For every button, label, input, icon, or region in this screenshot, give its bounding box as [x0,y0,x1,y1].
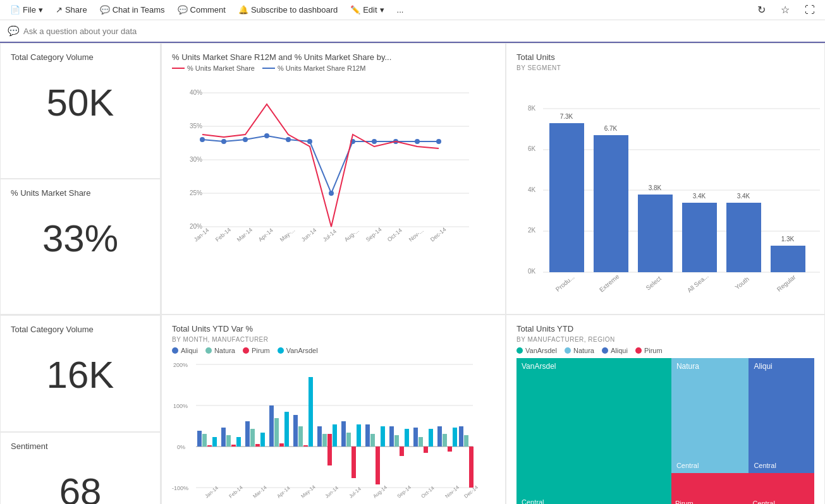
qna-bar: 💬 [0,20,825,43]
svg-rect-101 [413,428,418,447]
kpi-title-2: % Units Market Share [11,188,150,198]
svg-rect-94 [370,434,375,447]
share-button[interactable]: ↗ Share [51,3,92,17]
grouped-bar-subtitle: BY MONTH, MANUFACTURER [172,336,495,343]
kpi-total-category-volume-1: Total Category Volume 50K [0,43,161,179]
svg-rect-85 [322,434,327,447]
qna-icon: 💬 [8,25,20,37]
toolbar: 📄 File ▾ ↗ Share 💬 Chat in Teams 💬 Comme… [0,0,825,20]
svg-text:Sep-14: Sep-14 [365,226,383,243]
svg-text:Mar-14: Mar-14 [236,227,254,243]
svg-rect-87 [327,447,332,465]
qna-input[interactable] [23,27,817,36]
svg-rect-86 [327,434,332,447]
svg-rect-68 [221,428,226,447]
svg-text:Regular: Regular [776,273,797,292]
svg-text:6K: 6K [528,145,536,152]
svg-text:20%: 20% [190,223,202,230]
svg-text:Dec-14: Dec-14 [429,226,448,243]
svg-text:0%: 0% [177,444,185,450]
svg-rect-108 [453,428,457,447]
bar-chart-subtitle: BY SEGMENT [516,64,814,71]
svg-rect-111 [469,447,474,488]
svg-text:Youth: Youth [734,275,750,291]
treemap-pirum: Pirum [671,473,749,504]
svg-point-21 [436,139,441,144]
svg-rect-104 [429,429,433,447]
kpi-value-2: 33% [11,217,150,260]
bar-select [638,195,673,272]
svg-point-16 [329,191,334,196]
svg-text:Aug-...: Aug-... [343,227,360,243]
svg-rect-69 [226,435,231,447]
svg-rect-70 [231,445,236,447]
svg-rect-102 [419,437,423,447]
treemap-container: VanArsdel Central Natura Central Pirum A… [516,358,814,504]
svg-text:3.4K: 3.4K [693,193,706,200]
edit-icon: ✏️ [350,5,360,15]
svg-text:Feb-14: Feb-14 [214,227,232,243]
favorite-button[interactable]: ☆ [776,1,795,18]
grouped-bar-chart-svg: 200% 100% 0% -100% [172,358,475,504]
svg-point-10 [200,137,205,142]
treemap-title: Total Units YTD [516,324,814,333]
svg-rect-80 [293,415,298,447]
svg-rect-90 [346,433,351,447]
svg-text:1.3K: 1.3K [781,236,795,243]
treemap-aliqui-sublabel: Central [754,462,809,469]
legend-pct-r12m: % Units Market Share R12M [262,64,365,72]
bar-youth [726,203,761,272]
svg-point-18 [372,139,377,144]
kpi-title-3: Total Category Volume [11,325,150,334]
line-chart-legend: % Units Market Share % Units Market Shar… [172,64,495,72]
svg-text:8K: 8K [528,105,536,112]
svg-rect-83 [309,377,313,447]
svg-text:30%: 30% [190,156,202,163]
subscribe-label: Subscribe to dashboard [251,5,338,15]
legend-dot-aliqui [172,347,178,354]
svg-text:Nov-...: Nov-... [408,227,425,243]
edit-chevron-icon: ▾ [380,5,384,15]
svg-rect-96 [381,426,385,447]
svg-text:Nov-14: Nov-14 [444,484,461,500]
svg-text:Select: Select [645,275,663,291]
svg-text:Jan-14: Jan-14 [204,485,220,500]
svg-text:Jun-14: Jun-14 [300,227,318,243]
legend-dot-natura [205,347,212,354]
svg-text:Aug-14: Aug-14 [372,484,389,500]
edit-button[interactable]: ✏️ Edit ▾ [345,3,389,17]
comment-button[interactable]: 💬 Comment [173,3,231,17]
bar-extreme [594,135,628,272]
file-button[interactable]: 📄 File ▾ [5,3,48,17]
more-button[interactable]: ... [392,3,409,17]
svg-rect-76 [269,405,274,447]
file-label: File [23,5,36,15]
svg-rect-107 [448,447,452,452]
fullscreen-button[interactable]: ⛶ [800,2,820,18]
svg-rect-73 [250,429,255,447]
svg-rect-88 [333,424,337,447]
treemap-aliqui-label: Aliqui [754,362,809,371]
treemap-vanarsdel-label: VanArsdel [522,362,666,371]
line-chart-svg: 40% 35% 30% 25% 20% [172,76,475,291]
svg-rect-93 [365,424,370,447]
legend-dot-pirum [243,347,249,354]
svg-text:Feb-14: Feb-14 [228,484,245,500]
treemap-pirum-right: Central [749,473,814,504]
svg-rect-89 [341,421,346,447]
treemap-pirum-right-label: Central [752,500,774,504]
subscribe-button[interactable]: 🔔 Subscribe to dashboard [233,3,343,17]
svg-text:200%: 200% [173,362,188,368]
refresh-button[interactable]: ↻ [752,1,771,18]
comment-label: Comment [190,5,226,15]
svg-rect-106 [443,434,447,447]
svg-rect-72 [245,421,250,447]
svg-rect-91 [351,447,356,478]
svg-rect-71 [236,437,241,447]
kpi-title-4: Sentiment [11,441,150,451]
treemap-natura: Natura Central [671,358,749,473]
chat-in-teams-button[interactable]: 💬 Chat in Teams [95,3,170,17]
svg-text:100%: 100% [173,403,188,409]
file-icon: 📄 [10,5,20,15]
svg-text:35%: 35% [190,123,202,129]
